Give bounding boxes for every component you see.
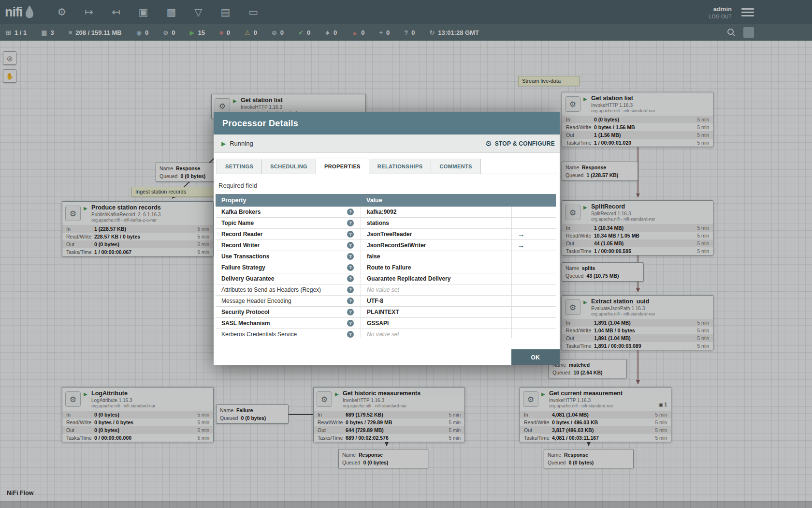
help-icon[interactable]: ? [347, 264, 354, 271]
property-row[interactable]: Delivery Guarantee?Guarantee Replicated … [216, 273, 556, 284]
property-value: No value set [367, 286, 399, 293]
property-column-header: Property [216, 197, 361, 204]
property-name: SASL Mechanism [221, 320, 270, 327]
help-icon[interactable]: ? [347, 253, 354, 260]
property-name: Record Writer [221, 242, 260, 249]
property-row[interactable]: Record Reader?JsonTreeReader→ [216, 229, 556, 240]
property-row[interactable]: Kerberos Credentials Service?No value se… [216, 329, 556, 338]
property-row[interactable]: SASL Mechanism?GSSAPI [216, 318, 556, 329]
properties-table-header: Property Value [216, 194, 556, 207]
property-value: UTF-8 [367, 298, 383, 304]
help-icon[interactable]: ? [347, 209, 354, 215]
help-icon[interactable]: ? [347, 309, 354, 315]
help-icon[interactable]: ? [347, 331, 354, 338]
property-value: kafka:9092 [367, 209, 396, 215]
property-row[interactable]: Topic Name?stations [216, 218, 556, 229]
property-name: Topic Name [221, 220, 254, 226]
processor-details-dialog: Processor Details ▶ Running ⚙ STOP & CON… [214, 112, 560, 365]
stop-and-configure-button[interactable]: ⚙ STOP & CONFIGURE [485, 139, 555, 148]
tab-properties[interactable]: PROPERTIES [316, 159, 369, 174]
property-name: Attributes to Send as Headers (Regex) [221, 286, 321, 293]
property-value: JsonTreeReader [367, 231, 412, 238]
property-name: Delivery Guarantee [221, 275, 274, 282]
gear-icon: ⚙ [485, 139, 492, 148]
property-name: Record Reader [221, 231, 262, 238]
tab-settings[interactable]: SETTINGS [217, 159, 261, 174]
property-row[interactable]: Failure Strategy?Route to Failure [216, 262, 556, 273]
property-value: false [367, 253, 380, 260]
required-field-note: Required field [218, 182, 560, 189]
property-row[interactable]: Record Writer?JsonRecordSetWriter→ [216, 240, 556, 251]
property-row[interactable]: Use Transactions?false [216, 251, 556, 262]
help-icon[interactable]: ? [347, 220, 354, 226]
tab-scheduling[interactable]: SCHEDULING [261, 159, 316, 174]
property-value: Guarantee Replicated Delivery [367, 275, 450, 282]
help-icon[interactable]: ? [347, 320, 354, 327]
property-value: PLAINTEXT [367, 309, 399, 315]
property-row[interactable]: Message Header Encoding?UTF-8 [216, 296, 556, 307]
help-icon[interactable]: ? [347, 275, 354, 282]
property-value: GSSAPI [367, 320, 389, 327]
property-name: Message Header Encoding [221, 298, 291, 304]
property-name: Kerberos Credentials Service [221, 331, 297, 338]
property-name: Failure Strategy [221, 264, 265, 271]
ok-button[interactable]: OK [511, 349, 560, 365]
tab-comments[interactable]: COMMENTS [431, 159, 480, 174]
property-name: Security Protocol [221, 309, 269, 315]
property-row[interactable]: Kafka Brokers?kafka:9092 [216, 207, 556, 218]
property-name: Kafka Brokers [221, 209, 261, 215]
property-value: stations [367, 220, 389, 226]
dialog-tabs: SETTINGSSCHEDULINGPROPERTIESRELATIONSHIP… [217, 159, 557, 174]
running-state-icon: ▶ [221, 140, 226, 147]
dialog-title: Processor Details [214, 112, 560, 134]
properties-table: Property Value Kafka Brokers?kafka:9092T… [216, 194, 556, 338]
run-state-label: Running [230, 140, 253, 147]
property-value: No value set [367, 331, 399, 338]
help-icon[interactable]: ? [347, 231, 354, 238]
help-icon[interactable]: ? [347, 286, 354, 293]
property-row[interactable]: Attributes to Send as Headers (Regex)?No… [216, 284, 556, 296]
property-value: JsonRecordSetWriter [367, 242, 426, 249]
go-to-service-icon[interactable]: → [518, 230, 524, 238]
value-column-header: Value [361, 197, 382, 204]
tab-relationships[interactable]: RELATIONSHIPS [369, 159, 431, 174]
property-row[interactable]: Security Protocol?PLAINTEXT [216, 307, 556, 318]
dialog-status-row: ▶ Running ⚙ STOP & CONFIGURE [214, 134, 560, 153]
property-name: Use Transactions [221, 253, 269, 260]
property-value: Route to Failure [367, 264, 411, 271]
help-icon[interactable]: ? [347, 298, 354, 304]
go-to-service-icon[interactable]: → [518, 241, 524, 249]
help-icon[interactable]: ? [347, 242, 354, 249]
